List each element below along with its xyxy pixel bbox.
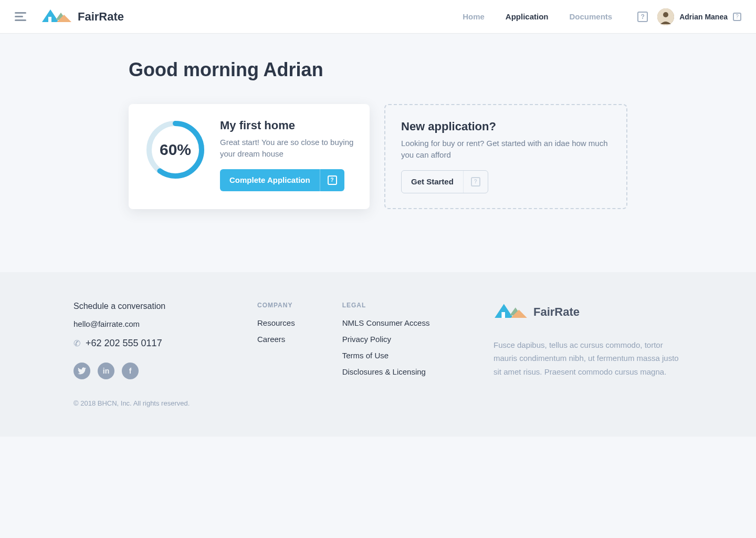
new-application-card: New application? Looking for buy or rent… [384, 104, 627, 209]
progress-card-desc: Great start! You are so close to buying … [220, 137, 354, 160]
application-progress-card: 60% My first home Great start! You are s… [129, 104, 370, 209]
new-card-title: New application? [401, 120, 611, 133]
footer-blurb: Fusce dapibus, tellus ac cursus commodo,… [494, 338, 682, 379]
logo-text: FairRate [78, 10, 124, 24]
logo-mark [41, 7, 72, 26]
main: Good morning Adrian 60% My first home Gr… [0, 34, 756, 272]
get-started-button[interactable]: Get Started ? [401, 170, 488, 193]
phone-icon: ✆ [74, 338, 80, 348]
get-started-label: Get Started [402, 171, 463, 192]
footer-link-disclosures[interactable]: Disclosures & Licensing [342, 367, 430, 376]
complete-application-label: Complete Application [220, 169, 320, 191]
schedule-text: Schedule a conversation [74, 302, 210, 311]
new-card-desc: Looking for buy or rent? Get started wit… [401, 138, 611, 161]
facebook-icon[interactable]: f [122, 363, 139, 379]
company-heading: COMPANY [257, 302, 295, 309]
footer: Schedule a conversation hello@fairrate.c… [0, 272, 756, 437]
menu-icon[interactable] [15, 12, 26, 21]
avatar [657, 8, 674, 25]
logo[interactable]: FairRate [41, 7, 124, 26]
arrow-right-icon: ? [463, 171, 488, 193]
nav-application[interactable]: Application [506, 12, 549, 21]
svg-point-5 [663, 12, 668, 17]
footer-logo-text: FairRate [533, 305, 580, 319]
legal-heading: LEGAL [342, 302, 430, 309]
social-links: in f [74, 363, 210, 379]
header-right: ? Adrian Manea ? [637, 8, 741, 25]
arrow-right-icon: ? [320, 169, 344, 191]
help-icon[interactable]: ? [637, 12, 648, 22]
user-name: Adrian Manea [679, 13, 728, 21]
progress-percent: 60% [144, 119, 206, 181]
nav-documents[interactable]: Documents [570, 12, 613, 21]
contact-email[interactable]: hello@fairrate.com [74, 319, 210, 328]
nav-home[interactable]: Home [463, 12, 485, 21]
twitter-icon[interactable] [74, 363, 90, 379]
header: FairRate Home Application Documents ? Ad… [0, 0, 756, 34]
page-title: Good morning Adrian [129, 59, 627, 81]
footer-link-resources[interactable]: Resources [257, 318, 295, 327]
phone-number: +62 202 555 0117 [86, 338, 162, 349]
footer-link-careers[interactable]: Careers [257, 335, 295, 344]
footer-link-privacy[interactable]: Privacy Policy [342, 335, 430, 344]
linkedin-icon[interactable]: in [98, 363, 114, 379]
chevron-down-icon: ? [733, 13, 741, 21]
contact-phone[interactable]: ✆ +62 202 555 0117 [74, 338, 210, 349]
main-nav: Home Application Documents [463, 12, 612, 21]
footer-link-terms[interactable]: Terms of Use [342, 351, 430, 360]
cards-row: 60% My first home Great start! You are s… [129, 104, 627, 209]
footer-logo[interactable]: FairRate [494, 302, 682, 323]
progress-ring: 60% [144, 119, 206, 181]
complete-application-button[interactable]: Complete Application ? [220, 169, 344, 191]
user-menu[interactable]: Adrian Manea ? [657, 8, 741, 25]
svg-rect-3 [48, 17, 51, 22]
footer-link-nmls[interactable]: NMLS Consumer Access [342, 318, 430, 327]
copyright: © 2018 BHCN, Inc. All rights reserved. [74, 399, 210, 407]
progress-card-title: My first home [220, 119, 354, 132]
svg-rect-11 [501, 312, 505, 318]
